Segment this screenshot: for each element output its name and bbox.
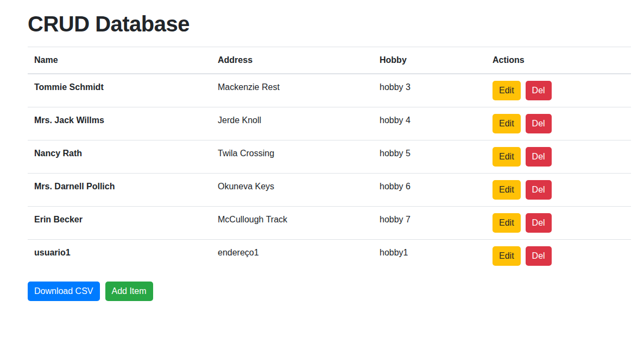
page: CRUD Database Name Address Hobby Actions…: [0, 0, 644, 358]
cell-address: McCullough Track: [211, 207, 373, 240]
cell-address: endereço1: [211, 240, 373, 273]
main-container: CRUD Database Name Address Hobby Actions…: [28, 11, 631, 301]
toolbar: Download CSV Add Item: [28, 282, 631, 301]
cell-address: Twila Crossing: [211, 140, 373, 174]
cell-hobby: hobby 5: [373, 140, 486, 174]
cell-actions: Edit Del: [486, 140, 631, 174]
edit-button[interactable]: Edit: [493, 213, 521, 233]
edit-button[interactable]: Edit: [493, 81, 521, 100]
delete-button[interactable]: Del: [526, 213, 552, 233]
cell-address: Jerde Knoll: [211, 107, 373, 140]
cell-name: Mrs. Darnell Pollich: [28, 174, 211, 207]
edit-button[interactable]: Edit: [493, 180, 521, 200]
table-body: Tommie Schmidt Mackenzie Rest hobby 3 Ed…: [28, 74, 631, 272]
table-row: Nancy Rath Twila Crossing hobby 5 Edit D…: [28, 140, 631, 174]
table-row: Tommie Schmidt Mackenzie Rest hobby 3 Ed…: [28, 74, 631, 107]
row-actions: Edit Del: [493, 246, 624, 266]
delete-button[interactable]: Del: [526, 81, 552, 100]
row-actions: Edit Del: [493, 114, 624, 133]
download-csv-button[interactable]: Download CSV: [28, 282, 100, 301]
row-actions: Edit Del: [493, 213, 624, 233]
cell-name: Tommie Schmidt: [28, 74, 211, 107]
table-row: Erin Becker McCullough Track hobby 7 Edi…: [28, 207, 631, 240]
delete-button[interactable]: Del: [526, 114, 552, 133]
row-actions: Edit Del: [493, 180, 624, 200]
edit-button[interactable]: Edit: [493, 246, 521, 266]
cell-hobby: hobby 4: [373, 107, 486, 140]
cell-actions: Edit Del: [486, 240, 631, 273]
cell-address: Mackenzie Rest: [211, 74, 373, 107]
cell-name: Erin Becker: [28, 207, 211, 240]
cell-name: usuario1: [28, 240, 211, 273]
column-header-actions: Actions: [486, 47, 631, 74]
column-header-name: Name: [28, 47, 211, 74]
table-header: Name Address Hobby Actions: [28, 47, 631, 74]
delete-button[interactable]: Del: [526, 246, 552, 266]
table-row: usuario1 endereço1 hobby1 Edit Del: [28, 240, 631, 273]
edit-button[interactable]: Edit: [493, 114, 521, 133]
row-actions: Edit Del: [493, 81, 624, 100]
cell-address: Okuneva Keys: [211, 174, 373, 207]
column-header-address: Address: [211, 47, 373, 74]
cell-actions: Edit Del: [486, 107, 631, 140]
row-actions: Edit Del: [493, 147, 624, 167]
crud-table: Name Address Hobby Actions Tommie Schmid…: [28, 47, 631, 272]
table-header-row: Name Address Hobby Actions: [28, 47, 631, 74]
column-header-hobby: Hobby: [373, 47, 486, 74]
cell-actions: Edit Del: [486, 174, 631, 207]
cell-actions: Edit Del: [486, 207, 631, 240]
cell-name: Mrs. Jack Willms: [28, 107, 211, 140]
table-row: Mrs. Darnell Pollich Okuneva Keys hobby …: [28, 174, 631, 207]
cell-actions: Edit Del: [486, 74, 631, 107]
page-title: CRUD Database: [28, 11, 631, 37]
cell-hobby: hobby 7: [373, 207, 486, 240]
add-item-button[interactable]: Add Item: [105, 282, 153, 301]
table-row: Mrs. Jack Willms Jerde Knoll hobby 4 Edi…: [28, 107, 631, 140]
edit-button[interactable]: Edit: [493, 147, 521, 167]
delete-button[interactable]: Del: [526, 180, 552, 200]
cell-hobby: hobby 3: [373, 74, 486, 107]
cell-hobby: hobby 6: [373, 174, 486, 207]
delete-button[interactable]: Del: [526, 147, 552, 167]
cell-name: Nancy Rath: [28, 140, 211, 174]
cell-hobby: hobby1: [373, 240, 486, 273]
